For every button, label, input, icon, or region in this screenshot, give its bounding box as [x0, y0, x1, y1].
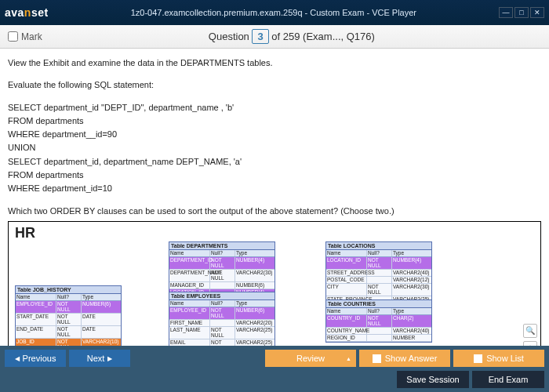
instruction-3: Which two ORDER BY clauses can be used t… — [8, 205, 541, 216]
table-job-history: Table JOB_HISTORYNameNull?TypeEMPLOYEE_I… — [15, 285, 122, 346]
show-answer-checkbox-icon — [373, 354, 381, 363]
titlebar: avanset 1z0-047.examcollection.premium.e… — [0, 0, 549, 25]
instruction-1: View the Exhibit and examine the data in… — [8, 57, 541, 68]
question-word: Question — [209, 31, 249, 42]
mark-checkbox-label[interactable]: Mark — [8, 31, 42, 42]
review-button[interactable]: Review — [265, 350, 356, 367]
table-employees: Table EMPLOYEESNameNull?TypeEMPLOYEE_IDN… — [169, 292, 275, 346]
zoom-in-button[interactable]: + — [523, 341, 537, 346]
maximize-button[interactable]: □ — [514, 7, 529, 18]
window-buttons: — □ ✕ — [499, 7, 544, 18]
window-title: 1z0-047.examcollection.premium.exam.259q… — [49, 8, 499, 17]
table-countries: Table COUNTRIESNameNull?TypeCOUNTRY_IDNO… — [325, 299, 432, 343]
show-answer-button[interactable]: Show Answer — [359, 350, 450, 367]
show-list-label: Show List — [486, 354, 524, 363]
mark-checkbox[interactable] — [8, 31, 18, 42]
logo-left: ava — [5, 6, 24, 19]
question-content: View the Exhibit and examine the data in… — [0, 49, 549, 346]
zoom-controls: 🔍 + − — [523, 324, 537, 346]
zoom-fit-button[interactable]: 🔍 — [523, 324, 537, 338]
show-list-checkbox-icon — [474, 354, 482, 363]
schema-title: HR — [15, 225, 534, 241]
sql-line-2: FROM departments — [8, 115, 541, 126]
instruction-2: Evaluate the following SQL statement: — [8, 79, 541, 90]
sql-line-3: WHERE department__id=90 — [8, 129, 541, 140]
question-total: of 259 (Exam..., Q176) — [271, 31, 375, 42]
logo: avanset — [5, 6, 49, 19]
sql-line-6: FROM departments — [8, 169, 541, 180]
previous-button[interactable]: Previous — [5, 350, 66, 367]
tables-area: Table DEPARTMENTSNameNull?TypeDEPARTMENT… — [12, 245, 537, 346]
sql-line-5: SELECT department_id, department_name DE… — [8, 156, 541, 167]
sql-line-7: WHERE department_id=10 — [8, 183, 541, 194]
end-exam-button[interactable]: End Exam — [472, 371, 544, 388]
footer-bar-2: Save Session End Exam — [0, 371, 549, 392]
sql-line-4: UNION — [8, 142, 541, 153]
er-diagram[interactable]: HR Table DEPARTMENTSNameNull?TypeDEPARTM… — [8, 221, 541, 346]
question-bar: Mark Question 3 of 259 (Exam..., Q176) — [0, 25, 549, 49]
logo-accent: n — [24, 6, 31, 19]
close-button[interactable]: ✕ — [530, 7, 544, 18]
footer-bar: Previous Next Review Show Answer Show Li… — [0, 346, 549, 371]
show-list-button[interactable]: Show List — [453, 350, 544, 367]
next-button[interactable]: Next — [69, 350, 130, 367]
question-indicator: Question 3 of 259 (Exam..., Q176) — [42, 31, 541, 42]
table-departments: Table DEPARTMENTSNameNull?TypeDEPARTMENT… — [169, 241, 275, 297]
sql-line-1: SELECT department_id "DEPT_ID", departme… — [8, 102, 541, 113]
mark-label-text: Mark — [21, 31, 42, 42]
logo-right: set — [31, 6, 49, 19]
show-answer-label: Show Answer — [385, 354, 438, 363]
minimize-button[interactable]: — — [499, 7, 513, 18]
save-session-button[interactable]: Save Session — [397, 371, 469, 388]
question-number: 3 — [252, 29, 268, 44]
